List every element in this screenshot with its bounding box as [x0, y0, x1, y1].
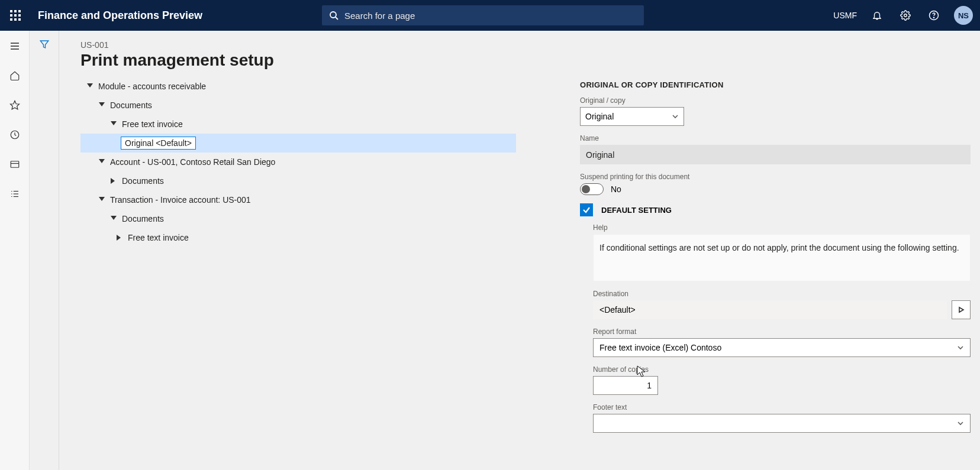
- print-management-tree: Module - accounts receivable Documents F…: [80, 77, 516, 247]
- left-nav-rail: [0, 31, 30, 470]
- user-avatar[interactable]: NS: [954, 6, 973, 25]
- search-placeholder: Search for a page: [344, 11, 415, 21]
- report-format-label: Report format: [593, 328, 971, 336]
- tree-node-account[interactable]: Account - US-001, Contoso Retail San Die…: [80, 153, 516, 171]
- svg-rect-3: [10, 14, 12, 17]
- section-identification-title: ORIGINAL OR COPY IDENTIFICATION: [580, 80, 971, 89]
- tree-node-original-default[interactable]: Original <Default>: [80, 134, 516, 153]
- report-format-select[interactable]: Free text invoice (Excel) Contoso: [593, 338, 971, 357]
- content-area: US-001 Print management setup Module - a…: [59, 31, 980, 470]
- destination-configure-button[interactable]: [952, 300, 971, 319]
- notifications-bell-icon[interactable]: [869, 7, 885, 24]
- global-search[interactable]: Search for a page: [322, 5, 644, 25]
- suspend-label: Suspend printing for this document: [580, 173, 971, 181]
- copies-input[interactable]: 1: [593, 376, 658, 395]
- default-setting-checkbox[interactable]: [580, 203, 593, 216]
- favorites-star-icon[interactable]: [8, 98, 22, 112]
- tree-label-selected: Original <Default>: [121, 137, 196, 150]
- help-question-icon[interactable]: [926, 7, 942, 24]
- svg-rect-4: [14, 14, 17, 17]
- chevron-down-icon: [957, 420, 964, 427]
- svg-rect-6: [10, 18, 12, 21]
- filter-funnel-icon[interactable]: [39, 39, 50, 52]
- svg-marker-29: [99, 102, 105, 106]
- tree-label: Free text invoice: [128, 233, 189, 242]
- chevron-down-icon: [672, 113, 679, 120]
- tree-label: Documents: [122, 176, 164, 186]
- settings-form: ORIGINAL OR COPY IDENTIFICATION Original…: [580, 80, 971, 441]
- tree-node-trans-free-text[interactable]: Free text invoice: [80, 228, 516, 247]
- footer-label: Footer text: [593, 403, 971, 411]
- svg-rect-7: [14, 18, 17, 21]
- checkmark-icon: [582, 206, 591, 214]
- svg-rect-8: [18, 18, 21, 21]
- tree-node-free-text-invoice[interactable]: Free text invoice: [80, 115, 516, 134]
- svg-rect-5: [18, 14, 21, 17]
- name-label: Name: [580, 134, 971, 142]
- svg-marker-36: [959, 307, 963, 312]
- destination-label: Destination: [593, 290, 971, 298]
- tree-node-trans-documents[interactable]: Documents: [80, 209, 516, 228]
- original-copy-value: Original: [585, 112, 614, 121]
- page-action-rail: [30, 31, 59, 470]
- copies-label: Number of copies: [593, 365, 971, 374]
- original-copy-label: Original / copy: [580, 96, 971, 105]
- collapse-triangle-icon[interactable]: [109, 214, 118, 223]
- expand-triangle-icon[interactable]: [109, 176, 118, 186]
- default-setting-row: DEFAULT SETTING: [580, 203, 971, 216]
- collapse-triangle-icon[interactable]: [85, 82, 95, 91]
- svg-marker-35: [117, 235, 121, 241]
- expand-triangle-icon[interactable]: [115, 233, 124, 242]
- search-icon: [329, 11, 339, 20]
- svg-marker-31: [99, 159, 105, 163]
- footer-text-select[interactable]: [593, 414, 971, 433]
- tree-label: Free text invoice: [122, 119, 183, 129]
- svg-marker-27: [40, 41, 49, 48]
- settings-gear-icon[interactable]: [897, 7, 914, 24]
- tree-node-module[interactable]: Module - accounts receivable: [80, 77, 516, 96]
- tree-node-account-documents[interactable]: Documents: [80, 171, 516, 190]
- tree-node-transaction[interactable]: Transaction - Invoice account: US-001: [80, 190, 516, 209]
- help-label: Help: [593, 223, 971, 232]
- tree-label: Documents: [122, 214, 164, 223]
- suspend-toggle-state: No: [611, 184, 621, 194]
- tree-node-documents[interactable]: Documents: [80, 96, 516, 115]
- svg-marker-32: [111, 178, 115, 184]
- name-field: Original: [580, 145, 971, 164]
- company-indicator[interactable]: USMF: [833, 11, 857, 20]
- modules-list-icon[interactable]: [8, 187, 22, 201]
- svg-marker-34: [111, 216, 117, 220]
- collapse-triangle-icon[interactable]: [97, 195, 107, 205]
- tree-label: Account - US-001, Contoso Retail San Die…: [110, 157, 275, 167]
- svg-point-13: [933, 17, 934, 18]
- help-text-box: If conditional settings are not set up o…: [593, 234, 971, 281]
- svg-marker-28: [87, 83, 93, 87]
- app-title: Finance and Operations Preview: [38, 9, 202, 22]
- collapse-triangle-icon[interactable]: [97, 101, 107, 110]
- svg-rect-19: [11, 161, 19, 168]
- destination-field[interactable]: <Default>: [593, 300, 947, 319]
- topbar-right-controls: USMF NS: [833, 0, 980, 31]
- tree-label: Transaction - Invoice account: US-001: [110, 195, 251, 205]
- collapse-triangle-icon[interactable]: [109, 119, 118, 129]
- hamburger-menu-icon[interactable]: [8, 39, 22, 53]
- svg-marker-30: [111, 121, 117, 125]
- chevron-down-icon: [957, 344, 964, 351]
- workspaces-icon[interactable]: [8, 157, 22, 171]
- report-format-value: Free text invoice (Excel) Contoso: [599, 343, 721, 352]
- svg-rect-2: [18, 10, 21, 12]
- svg-point-11: [904, 14, 907, 17]
- original-copy-select[interactable]: Original: [580, 107, 684, 126]
- svg-point-9: [330, 12, 336, 18]
- breadcrumb: US-001: [80, 40, 980, 50]
- app-launcher-waffle-icon[interactable]: [0, 0, 31, 31]
- tree-label: Documents: [110, 101, 152, 110]
- svg-line-10: [336, 17, 338, 20]
- recent-clock-icon[interactable]: [8, 128, 22, 142]
- collapse-triangle-icon[interactable]: [97, 157, 107, 167]
- page-title: Print management setup: [80, 51, 980, 70]
- suspend-toggle[interactable]: [580, 183, 604, 195]
- svg-marker-17: [10, 101, 19, 109]
- home-icon[interactable]: [8, 69, 22, 83]
- tree-label: Module - accounts receivable: [98, 82, 206, 91]
